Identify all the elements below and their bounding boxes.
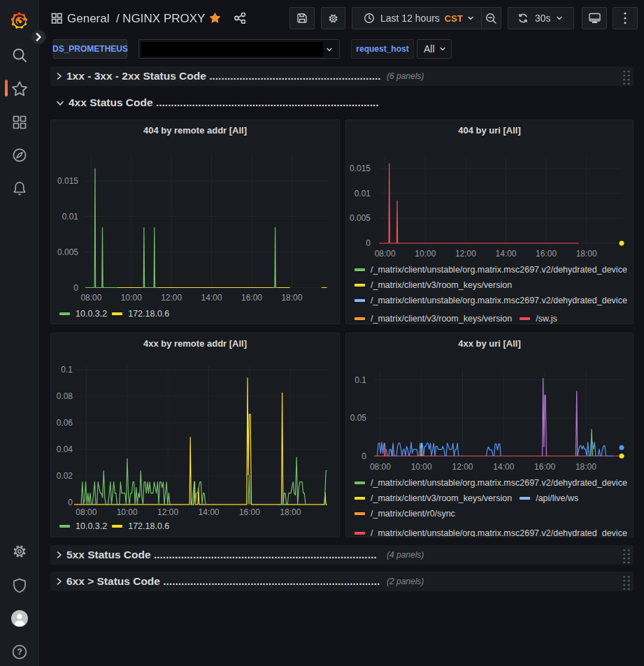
svg-text:16:00: 16:00 — [536, 249, 557, 259]
svg-text:18:00: 18:00 — [280, 507, 301, 517]
svg-text:08:00: 08:00 — [76, 507, 96, 517]
svg-text:18:00: 18:00 — [281, 293, 302, 303]
svg-text:0.005: 0.005 — [350, 213, 371, 223]
svg-text:0.1: 0.1 — [61, 365, 73, 375]
svg-text:0.08: 0.08 — [57, 391, 73, 401]
svg-text:0: 0 — [362, 451, 366, 461]
svg-text:0: 0 — [68, 498, 73, 507]
svg-text:16:00: 16:00 — [239, 507, 260, 517]
svg-text:16:00: 16:00 — [534, 462, 555, 472]
svg-text:0: 0 — [366, 238, 371, 248]
svg-text:12:00: 12:00 — [157, 507, 178, 517]
svg-text:18:00: 18:00 — [576, 249, 597, 259]
svg-text:10:00: 10:00 — [415, 249, 436, 259]
svg-text:08:00: 08:00 — [370, 462, 391, 472]
svg-text:14:00: 14:00 — [198, 507, 219, 517]
svg-text:0.1: 0.1 — [355, 375, 366, 385]
svg-text:0: 0 — [73, 283, 78, 293]
svg-text:0.01: 0.01 — [62, 212, 79, 222]
svg-text:0.02: 0.02 — [57, 471, 73, 481]
svg-text:12:00: 12:00 — [455, 249, 476, 259]
svg-text:18:00: 18:00 — [575, 462, 596, 472]
svg-text:16:00: 16:00 — [241, 293, 262, 303]
svg-text:08:00: 08:00 — [80, 293, 101, 303]
svg-text:0.04: 0.04 — [57, 444, 73, 454]
svg-text:0.005: 0.005 — [57, 247, 78, 257]
svg-text:12:00: 12:00 — [161, 293, 182, 303]
svg-text:0.06: 0.06 — [57, 418, 73, 428]
svg-text:0.01: 0.01 — [355, 189, 371, 198]
svg-text:12:00: 12:00 — [452, 462, 473, 472]
svg-text:14:00: 14:00 — [201, 293, 222, 303]
svg-text:14:00: 14:00 — [495, 249, 516, 259]
svg-text:10:00: 10:00 — [411, 462, 432, 472]
svg-text:?: ? — [17, 647, 22, 657]
svg-text:10:00: 10:00 — [117, 507, 138, 517]
svg-text:10:00: 10:00 — [121, 293, 142, 303]
svg-text:0.05: 0.05 — [350, 413, 367, 423]
svg-text:08:00: 08:00 — [375, 249, 396, 259]
svg-text:14:00: 14:00 — [493, 462, 514, 472]
svg-text:0.015: 0.015 — [350, 164, 371, 173]
svg-text:0.015: 0.015 — [57, 176, 78, 186]
